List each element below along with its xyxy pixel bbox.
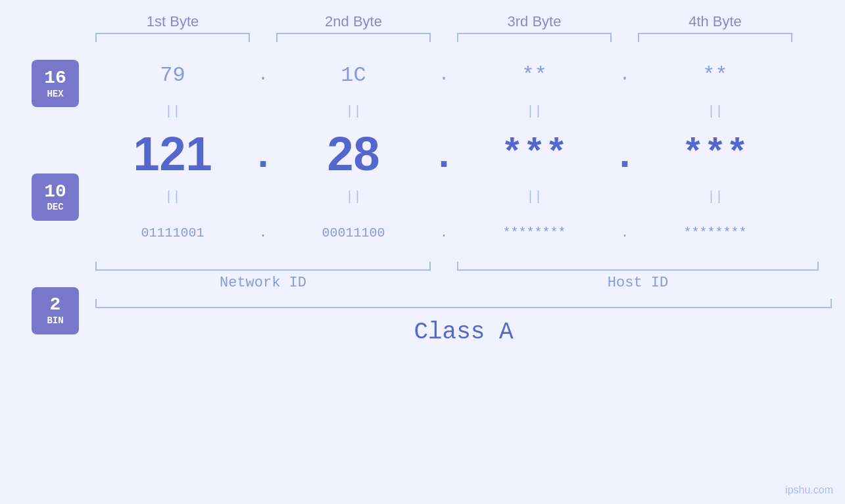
eq-1-4: || xyxy=(638,104,792,119)
bin-row: 01111001 . 00011100 . ******** . *******… xyxy=(95,206,832,259)
dec-val-1: 121 xyxy=(95,127,250,181)
byte-header-2: 2nd Byte xyxy=(276,13,431,30)
hex-val-2: 1C xyxy=(276,63,431,87)
top-bracket-4 xyxy=(638,33,792,42)
hex-badge: 16 HEX xyxy=(32,60,79,107)
hex-sep-3: . xyxy=(612,65,638,85)
bin-sep-2: . xyxy=(431,225,457,241)
dec-sep-1: . xyxy=(250,134,276,173)
dec-base-name: DEC xyxy=(47,202,63,212)
eq-2-4: || xyxy=(638,189,792,204)
hex-sep-2: . xyxy=(431,65,457,85)
watermark: ipshu.com xyxy=(785,484,833,496)
top-bracket-1 xyxy=(95,33,250,42)
main-container: 1st Byte 2nd Byte 3rd Byte 4th Byte xyxy=(0,0,845,504)
bin-base-num: 2 xyxy=(50,295,61,315)
top-bracket-3 xyxy=(457,33,612,42)
bottom-brackets xyxy=(95,262,832,271)
dec-row: 121 . 28 . *** . *** xyxy=(95,121,832,187)
bin-val-4: ******** xyxy=(638,225,792,241)
eq-row-1: || || || || xyxy=(95,101,832,121)
bin-val-2: 00011100 xyxy=(276,225,431,241)
host-bracket xyxy=(457,262,819,271)
hex-sep-1: . xyxy=(250,65,276,85)
eq-2-1: || xyxy=(95,189,250,204)
hex-row: 79 . 1C . ** . ** xyxy=(95,49,832,101)
eq-1-3: || xyxy=(457,104,612,119)
eq-1-2: || xyxy=(276,104,431,119)
eq-row-2: || || || || xyxy=(95,187,832,206)
dec-sep-3: . xyxy=(612,134,638,173)
byte-header-1: 1st Byte xyxy=(95,13,250,30)
dec-base-num: 10 xyxy=(44,182,66,202)
network-id-label: Network ID xyxy=(95,275,431,291)
bin-sep-3: . xyxy=(612,225,638,241)
long-bottom-bracket xyxy=(95,299,832,308)
dec-val-4: *** xyxy=(638,133,792,175)
dec-badge: 10 DEC xyxy=(32,173,79,221)
dec-val-3: *** xyxy=(457,133,612,175)
bin-badge: 2 BIN xyxy=(32,287,79,334)
bin-val-1: 01111001 xyxy=(95,225,250,241)
bin-sep-1: . xyxy=(250,225,276,241)
bin-val-3: ******** xyxy=(457,225,612,241)
eq-1-1: || xyxy=(95,104,250,119)
hex-base-name: HEX xyxy=(47,89,63,99)
eq-2-2: || xyxy=(276,189,431,204)
host-id-label: Host ID xyxy=(457,275,819,291)
byte-header-4: 4th Byte xyxy=(638,13,792,30)
eq-2-3: || xyxy=(457,189,612,204)
hex-val-1: 79 xyxy=(95,63,250,87)
top-bracket-2 xyxy=(276,33,431,42)
dec-sep-2: . xyxy=(431,134,457,173)
hex-val-4: ** xyxy=(638,63,792,87)
hex-val-3: ** xyxy=(457,63,612,87)
byte-header-3: 3rd Byte xyxy=(457,13,612,30)
bottom-labels: Network ID Host ID xyxy=(95,275,832,291)
hex-base-num: 16 xyxy=(44,68,66,89)
network-bracket xyxy=(95,262,431,271)
dec-val-2: 28 xyxy=(276,127,431,181)
class-label: Class A xyxy=(95,319,832,346)
bin-base-name: BIN xyxy=(47,315,63,326)
